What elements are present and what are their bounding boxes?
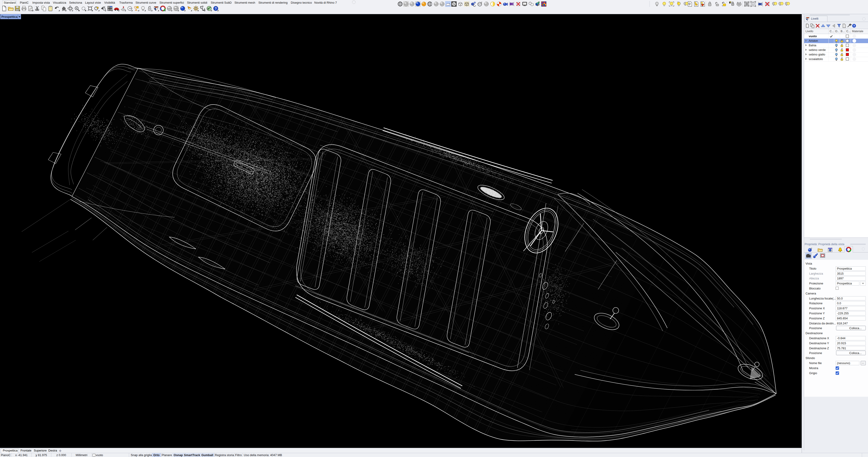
svg-text:?: ? bbox=[215, 7, 217, 10]
svg-text:?: ? bbox=[853, 24, 855, 28]
